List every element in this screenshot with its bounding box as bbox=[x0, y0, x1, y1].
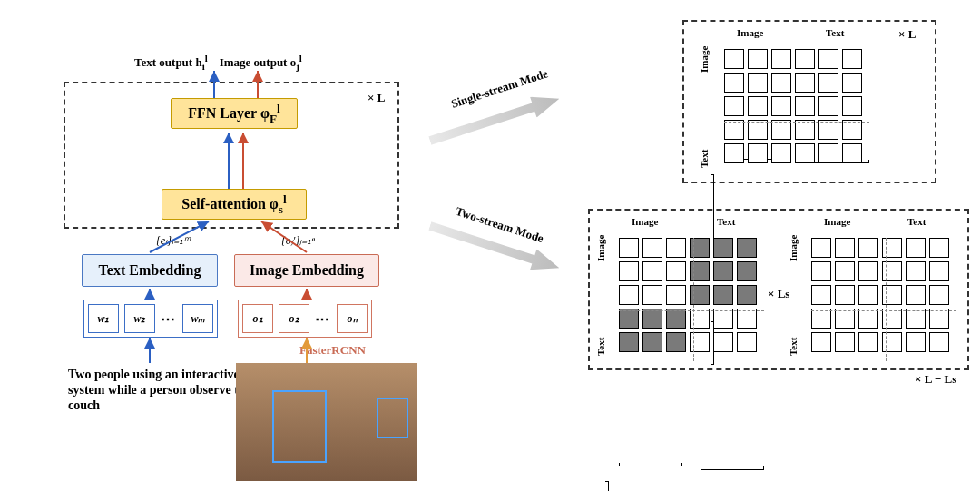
attn-cell bbox=[818, 73, 838, 93]
attn-cell bbox=[713, 238, 733, 258]
attn-cell bbox=[858, 332, 878, 352]
attn-cell bbox=[666, 261, 686, 281]
attn-cell bbox=[748, 143, 768, 163]
attn-cell bbox=[748, 120, 768, 140]
attn-cell bbox=[737, 285, 757, 305]
ss-row-image: Image bbox=[699, 46, 710, 73]
divider-icon bbox=[799, 49, 799, 172]
attn-cell bbox=[858, 238, 878, 258]
ts2-col-image: Image bbox=[824, 216, 850, 227]
attn-cell bbox=[858, 285, 878, 305]
attn-cell bbox=[771, 49, 791, 69]
attn-cell bbox=[619, 332, 639, 352]
attn-cell bbox=[929, 238, 949, 258]
ffn-layer-block: FFN Layer φFl bbox=[171, 98, 298, 129]
attn-cell bbox=[748, 96, 768, 116]
attn-cell bbox=[737, 309, 757, 329]
attn-cell bbox=[842, 96, 862, 116]
ss-col-text: Text bbox=[826, 27, 844, 38]
attn-cell bbox=[929, 332, 949, 352]
ellipsis-icon: ⋯ bbox=[315, 310, 331, 328]
ts2-row-text: Text bbox=[788, 338, 799, 356]
brace-icon bbox=[701, 469, 764, 473]
brace-icon bbox=[619, 466, 682, 469]
image-token-row: o₁o₂⋯oₙ bbox=[238, 300, 372, 338]
attn-cell bbox=[858, 309, 878, 329]
single-stream-attention-matrix bbox=[724, 49, 862, 163]
times-Ls: × Ls bbox=[768, 287, 789, 301]
text-token-row: w₁w₂⋯wₘ bbox=[83, 300, 218, 338]
attn-cell bbox=[666, 332, 686, 352]
attn-cell bbox=[619, 309, 639, 329]
attn-cell bbox=[737, 261, 757, 281]
ts1-row-image: Image bbox=[595, 235, 606, 261]
attn-cell bbox=[811, 332, 831, 352]
brace-icon bbox=[608, 481, 612, 491]
attn-cell bbox=[929, 309, 949, 329]
attn-cell bbox=[835, 285, 855, 305]
attn-cell bbox=[818, 96, 838, 116]
attn-cell bbox=[771, 73, 791, 93]
attn-cell bbox=[737, 238, 757, 258]
two-stream-matrix-masked bbox=[619, 238, 757, 352]
ellipsis-icon: ⋯ bbox=[161, 310, 177, 328]
divider-icon bbox=[886, 238, 887, 361]
attn-cell bbox=[906, 309, 926, 329]
attn-cell bbox=[642, 309, 662, 329]
attn-cell bbox=[713, 261, 733, 281]
attn-cell bbox=[619, 238, 639, 258]
attn-cell bbox=[724, 143, 744, 163]
attn-cell bbox=[619, 285, 639, 305]
text-token: w₂ bbox=[124, 304, 155, 333]
attn-cell bbox=[724, 96, 744, 116]
attn-cell bbox=[818, 120, 838, 140]
attn-cell bbox=[724, 73, 744, 93]
attn-cell bbox=[818, 49, 838, 69]
divider-icon bbox=[724, 122, 869, 123]
attn-cell bbox=[842, 49, 862, 69]
example-photo bbox=[236, 363, 417, 481]
text-embedding-block: Text Embedding bbox=[82, 254, 218, 287]
attn-cell bbox=[818, 143, 838, 163]
two-stream-matrix-full bbox=[811, 238, 949, 352]
attn-cell bbox=[906, 238, 926, 258]
ts2-row-image: Image bbox=[788, 235, 799, 261]
times-L-left: × L bbox=[368, 91, 385, 105]
attn-cell bbox=[835, 309, 855, 329]
attn-cell bbox=[811, 309, 831, 329]
attn-cell bbox=[842, 73, 862, 93]
attn-cell bbox=[771, 120, 791, 140]
attn-cell bbox=[929, 285, 949, 305]
attn-cell bbox=[713, 285, 733, 305]
attn-cell bbox=[724, 49, 744, 69]
text-output-label: Text output hil Image output ojl bbox=[134, 53, 302, 72]
detector-label: FasterRCNN bbox=[299, 343, 366, 358]
attn-cell bbox=[811, 285, 831, 305]
text-seq-notation: {eᵢ}ᵢ₌₁ᵐ bbox=[156, 234, 190, 248]
ss-col-image: Image bbox=[737, 27, 763, 38]
attn-cell bbox=[713, 332, 733, 352]
divider-icon bbox=[693, 238, 694, 361]
attn-cell bbox=[748, 49, 768, 69]
image-token: oₙ bbox=[337, 304, 368, 333]
attn-cell bbox=[713, 309, 733, 329]
attn-cell bbox=[906, 285, 926, 305]
text-token: w₁ bbox=[88, 304, 119, 333]
attn-cell bbox=[666, 285, 686, 305]
ts1-col-text: Text bbox=[717, 216, 735, 227]
attn-cell bbox=[666, 309, 686, 329]
attn-cell bbox=[771, 143, 791, 163]
attn-cell bbox=[811, 238, 831, 258]
attn-cell bbox=[642, 261, 662, 281]
image-embedding-block: Image Embedding bbox=[234, 254, 379, 287]
single-stream-times-L: × L bbox=[898, 27, 916, 42]
image-token: o₁ bbox=[242, 304, 273, 333]
attn-cell bbox=[642, 238, 662, 258]
attn-cell bbox=[811, 261, 831, 281]
attn-cell bbox=[906, 261, 926, 281]
attn-cell bbox=[619, 261, 639, 281]
attn-cell bbox=[906, 332, 926, 352]
attn-cell bbox=[724, 120, 744, 140]
divider-icon bbox=[811, 310, 956, 311]
attn-cell bbox=[835, 238, 855, 258]
